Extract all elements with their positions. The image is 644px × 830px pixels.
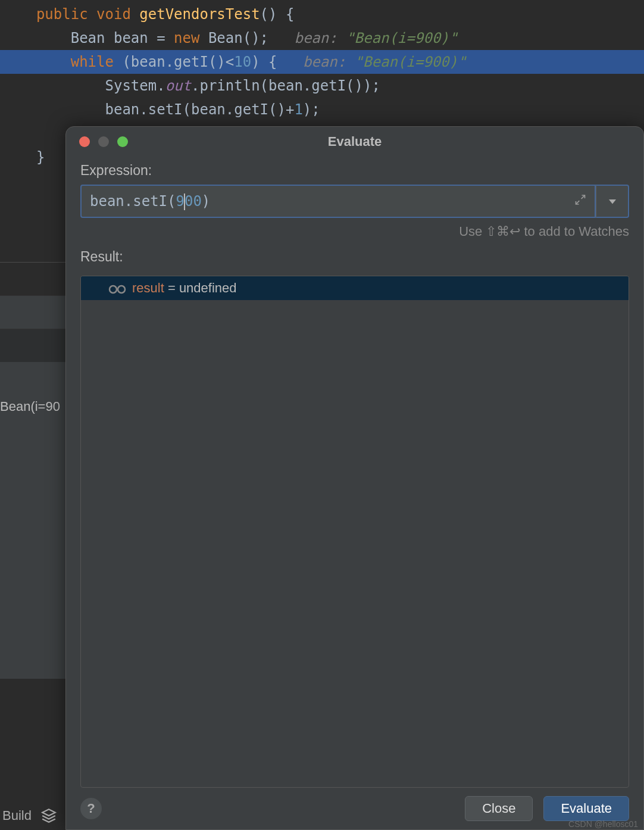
svg-line-2 bbox=[576, 201, 580, 204]
code-line: Bean bean = new Bean(); bean: "Bean(i=90… bbox=[0, 26, 644, 50]
evaluate-dialog: Evaluate Expression: bean.setI(900) Use … bbox=[65, 126, 644, 830]
svg-marker-0 bbox=[42, 809, 55, 816]
result-panel[interactable]: result = undefined bbox=[80, 276, 629, 788]
result-label: Result: bbox=[80, 249, 629, 265]
code-line-current: while (bean.getI()<10) { bean: "Bean(i=9… bbox=[0, 50, 644, 74]
code-line: bean.setI(bean.getI()+1); bbox=[0, 98, 644, 121]
evaluate-button[interactable]: Evaluate bbox=[543, 796, 629, 821]
code-line: System.out.println(bean.getI()); bbox=[0, 74, 644, 98]
svg-line-1 bbox=[582, 195, 585, 199]
svg-point-5 bbox=[118, 286, 125, 293]
debug-variables-panel[interactable] bbox=[0, 262, 65, 679]
result-row[interactable]: result = undefined bbox=[81, 276, 629, 300]
help-button[interactable]: ? bbox=[80, 798, 102, 819]
expand-icon[interactable] bbox=[574, 194, 586, 209]
status-bar: Build bbox=[0, 801, 65, 830]
svg-marker-3 bbox=[609, 199, 616, 204]
variable-value[interactable]: Bean(i=90 bbox=[0, 399, 60, 414]
dialog-titlebar[interactable]: Evaluate bbox=[66, 127, 643, 157]
expression-input[interactable]: bean.setI(900) bbox=[80, 185, 596, 218]
dialog-title: Evaluate bbox=[66, 134, 643, 149]
watermark: CSDN @hellosc01 bbox=[568, 819, 638, 829]
close-button[interactable]: Close bbox=[465, 796, 533, 821]
expression-label: Expression: bbox=[80, 163, 629, 179]
svg-point-4 bbox=[110, 286, 117, 293]
zoom-window-icon[interactable] bbox=[117, 136, 128, 147]
build-label[interactable]: Build bbox=[2, 808, 32, 823]
close-window-icon[interactable] bbox=[79, 136, 90, 147]
code-line: public void getVendorsTest() { bbox=[0, 2, 644, 26]
shortcut-hint: Use ⇧⌘↩ to add to Watches bbox=[80, 224, 629, 239]
layers-icon[interactable] bbox=[41, 808, 57, 823]
history-dropdown-button[interactable] bbox=[596, 185, 629, 218]
watch-icon bbox=[108, 282, 126, 294]
minimize-window-icon[interactable] bbox=[98, 136, 109, 147]
